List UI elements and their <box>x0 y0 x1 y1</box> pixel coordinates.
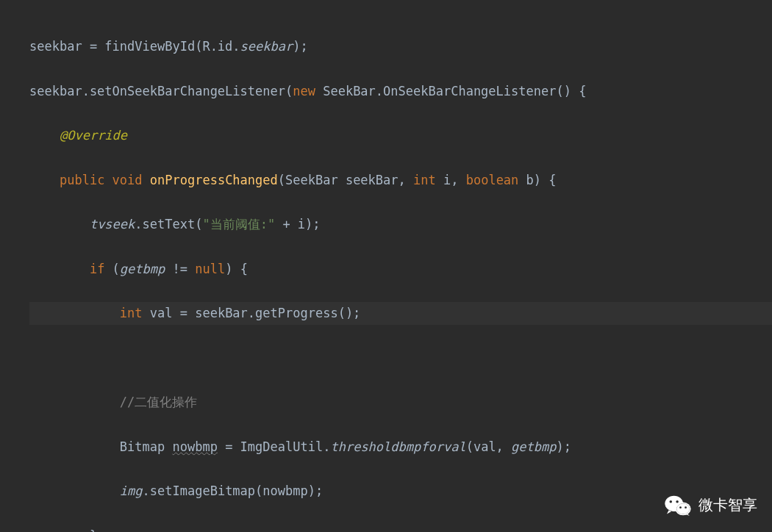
code-line: Bitmap nowbmp = ImgDealUtil.thresholdbmp… <box>29 436 772 458</box>
code-line: public void onProgressChanged(SeekBar se… <box>29 169 772 191</box>
code-line: tvseek.setText("当前阈值:" + i); <box>29 213 772 235</box>
code-line: img.setImageBitmap(nowbmp); <box>29 480 772 502</box>
code-editor[interactable]: seekbar = findViewById(R.id.seekbar); se… <box>0 0 772 532</box>
code-line: } <box>29 525 772 532</box>
code-line <box>29 347 772 369</box>
code-line: //二值化操作 <box>29 391 772 413</box>
code-line-highlighted: int val = seekBar.getProgress(); <box>29 302 772 324</box>
code-line: seekbar = findViewById(R.id.seekbar); <box>29 35 772 57</box>
svg-point-4 <box>670 500 673 503</box>
watermark: 微卡智享 <box>665 492 757 519</box>
code-line: seekbar.setOnSeekBarChangeListener(new S… <box>29 80 772 102</box>
svg-point-5 <box>676 500 679 503</box>
code-line: if (getbmp != null) { <box>29 258 772 280</box>
svg-point-7 <box>685 506 687 508</box>
svg-point-3 <box>676 504 690 514</box>
watermark-text: 微卡智享 <box>698 492 757 519</box>
svg-point-6 <box>679 506 682 508</box>
code-line: @Override <box>29 124 772 146</box>
wechat-icon <box>665 495 691 517</box>
